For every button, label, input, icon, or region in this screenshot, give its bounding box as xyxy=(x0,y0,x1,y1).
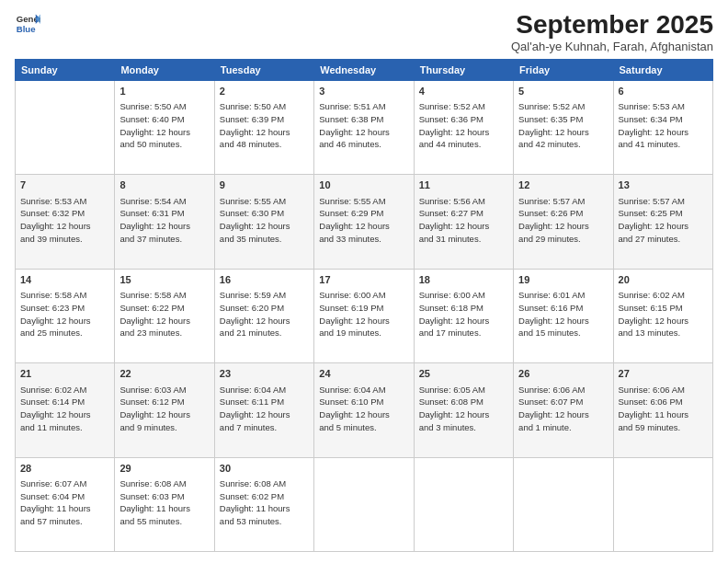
day-detail: Sunrise: 6:08 AM Sunset: 6:02 PM Dayligh… xyxy=(220,477,309,528)
table-row: 16Sunrise: 5:59 AM Sunset: 6:20 PM Dayli… xyxy=(214,269,313,362)
table-row xyxy=(314,457,414,551)
table-row: 18Sunrise: 6:00 AM Sunset: 6:18 PM Dayli… xyxy=(414,269,513,362)
day-number: 23 xyxy=(220,367,309,381)
calendar-body: 1Sunrise: 5:50 AM Sunset: 6:40 PM Daylig… xyxy=(16,80,713,551)
day-detail: Sunrise: 5:52 AM Sunset: 6:36 PM Dayligh… xyxy=(419,100,508,151)
day-detail: Sunrise: 5:57 AM Sunset: 6:26 PM Dayligh… xyxy=(518,195,608,246)
weekday-row: Sunday Monday Tuesday Wednesday Thursday… xyxy=(16,59,713,80)
day-number: 30 xyxy=(220,462,309,476)
day-number: 24 xyxy=(319,367,408,381)
table-row: 25Sunrise: 6:05 AM Sunset: 6:08 PM Dayli… xyxy=(414,363,513,457)
day-detail: Sunrise: 5:53 AM Sunset: 6:34 PM Dayligh… xyxy=(619,100,708,151)
calendar-week-1: 7Sunrise: 5:53 AM Sunset: 6:32 PM Daylig… xyxy=(16,175,713,269)
day-number: 22 xyxy=(119,367,209,381)
day-detail: Sunrise: 6:06 AM Sunset: 6:06 PM Dayligh… xyxy=(619,384,708,434)
day-detail: Sunrise: 5:52 AM Sunset: 6:35 PM Dayligh… xyxy=(518,100,608,151)
header-thursday: Thursday xyxy=(414,59,513,80)
day-detail: Sunrise: 5:59 AM Sunset: 6:20 PM Dayligh… xyxy=(220,289,309,339)
day-detail: Sunrise: 6:02 AM Sunset: 6:15 PM Dayligh… xyxy=(619,289,708,339)
day-number: 25 xyxy=(419,367,508,381)
day-detail: Sunrise: 6:06 AM Sunset: 6:07 PM Dayligh… xyxy=(518,384,608,434)
day-number: 11 xyxy=(419,178,508,192)
day-number: 27 xyxy=(619,367,708,381)
header-tuesday: Tuesday xyxy=(214,59,313,80)
table-row xyxy=(414,457,513,551)
day-detail: Sunrise: 6:00 AM Sunset: 6:19 PM Dayligh… xyxy=(319,289,408,339)
day-detail: Sunrise: 6:04 AM Sunset: 6:10 PM Dayligh… xyxy=(319,384,408,434)
day-detail: Sunrise: 5:58 AM Sunset: 6:22 PM Dayligh… xyxy=(119,289,209,339)
table-row: 5Sunrise: 5:52 AM Sunset: 6:35 PM Daylig… xyxy=(514,80,613,174)
day-detail: Sunrise: 5:50 AM Sunset: 6:40 PM Dayligh… xyxy=(119,100,209,151)
day-number: 3 xyxy=(319,85,408,98)
day-number: 7 xyxy=(20,178,109,192)
table-row xyxy=(16,80,115,174)
day-number: 28 xyxy=(20,462,109,476)
table-row xyxy=(613,457,712,551)
table-row: 10Sunrise: 5:55 AM Sunset: 6:29 PM Dayli… xyxy=(314,175,414,269)
table-row: 3Sunrise: 5:51 AM Sunset: 6:38 PM Daylig… xyxy=(314,80,414,174)
table-row: 26Sunrise: 6:06 AM Sunset: 6:07 PM Dayli… xyxy=(514,363,613,457)
day-detail: Sunrise: 6:02 AM Sunset: 6:14 PM Dayligh… xyxy=(20,384,109,434)
day-number: 10 xyxy=(319,178,408,192)
table-row: 15Sunrise: 5:58 AM Sunset: 6:22 PM Dayli… xyxy=(115,269,214,362)
table-row: 23Sunrise: 6:04 AM Sunset: 6:11 PM Dayli… xyxy=(214,363,313,457)
day-number: 20 xyxy=(619,273,708,287)
day-detail: Sunrise: 6:04 AM Sunset: 6:11 PM Dayligh… xyxy=(220,384,309,434)
day-number: 18 xyxy=(419,273,508,287)
day-detail: Sunrise: 6:05 AM Sunset: 6:08 PM Dayligh… xyxy=(419,384,508,434)
day-number: 14 xyxy=(20,273,109,287)
table-row: 9Sunrise: 5:55 AM Sunset: 6:30 PM Daylig… xyxy=(214,175,313,269)
header-sunday: Sunday xyxy=(16,59,115,80)
table-row: 17Sunrise: 6:00 AM Sunset: 6:19 PM Dayli… xyxy=(314,269,414,362)
logo-icon: General Blue xyxy=(15,11,40,37)
page: General Blue September 2025 Qal'ah-ye Ku… xyxy=(0,0,728,563)
day-detail: Sunrise: 6:00 AM Sunset: 6:18 PM Dayligh… xyxy=(419,289,508,339)
subtitle: Qal'ah-ye Kuhnah, Farah, Afghanistan xyxy=(511,40,713,53)
day-detail: Sunrise: 6:07 AM Sunset: 6:04 PM Dayligh… xyxy=(20,477,109,528)
header-saturday: Saturday xyxy=(613,59,712,80)
day-number: 13 xyxy=(619,178,708,192)
table-row: 11Sunrise: 5:56 AM Sunset: 6:27 PM Dayli… xyxy=(414,175,513,269)
day-number: 6 xyxy=(619,85,708,98)
day-detail: Sunrise: 6:08 AM Sunset: 6:03 PM Dayligh… xyxy=(119,477,209,528)
table-row: 29Sunrise: 6:08 AM Sunset: 6:03 PM Dayli… xyxy=(115,457,214,551)
table-row: 12Sunrise: 5:57 AM Sunset: 6:26 PM Dayli… xyxy=(514,175,613,269)
day-detail: Sunrise: 5:51 AM Sunset: 6:38 PM Dayligh… xyxy=(319,100,408,151)
day-detail: Sunrise: 5:58 AM Sunset: 6:23 PM Dayligh… xyxy=(20,289,109,339)
table-row: 20Sunrise: 6:02 AM Sunset: 6:15 PM Dayli… xyxy=(613,269,712,362)
calendar-week-3: 21Sunrise: 6:02 AM Sunset: 6:14 PM Dayli… xyxy=(16,363,713,457)
table-row: 22Sunrise: 6:03 AM Sunset: 6:12 PM Dayli… xyxy=(115,363,214,457)
day-detail: Sunrise: 5:50 AM Sunset: 6:39 PM Dayligh… xyxy=(220,100,309,151)
day-number: 8 xyxy=(119,178,209,192)
table-row: 6Sunrise: 5:53 AM Sunset: 6:34 PM Daylig… xyxy=(613,80,712,174)
day-detail: Sunrise: 6:01 AM Sunset: 6:16 PM Dayligh… xyxy=(518,289,608,339)
day-number: 12 xyxy=(518,178,608,192)
calendar: Sunday Monday Tuesday Wednesday Thursday… xyxy=(15,59,713,552)
calendar-header: Sunday Monday Tuesday Wednesday Thursday… xyxy=(16,59,713,80)
table-row: 4Sunrise: 5:52 AM Sunset: 6:36 PM Daylig… xyxy=(414,80,513,174)
table-row: 28Sunrise: 6:07 AM Sunset: 6:04 PM Dayli… xyxy=(16,457,115,551)
table-row: 13Sunrise: 5:57 AM Sunset: 6:25 PM Dayli… xyxy=(613,175,712,269)
table-row: 14Sunrise: 5:58 AM Sunset: 6:23 PM Dayli… xyxy=(16,269,115,362)
day-number: 5 xyxy=(518,85,608,98)
day-number: 15 xyxy=(119,273,209,287)
day-number: 9 xyxy=(220,178,309,192)
header-monday: Monday xyxy=(115,59,214,80)
header-friday: Friday xyxy=(514,59,613,80)
table-row: 2Sunrise: 5:50 AM Sunset: 6:39 PM Daylig… xyxy=(214,80,313,174)
day-number: 29 xyxy=(119,462,209,476)
day-number: 26 xyxy=(518,367,608,381)
table-row: 1Sunrise: 5:50 AM Sunset: 6:40 PM Daylig… xyxy=(115,80,214,174)
day-detail: Sunrise: 6:03 AM Sunset: 6:12 PM Dayligh… xyxy=(119,384,209,434)
day-detail: Sunrise: 5:54 AM Sunset: 6:31 PM Dayligh… xyxy=(119,195,209,246)
day-detail: Sunrise: 5:57 AM Sunset: 6:25 PM Dayligh… xyxy=(619,195,708,246)
day-number: 16 xyxy=(220,273,309,287)
table-row: 19Sunrise: 6:01 AM Sunset: 6:16 PM Dayli… xyxy=(514,269,613,362)
day-detail: Sunrise: 5:55 AM Sunset: 6:29 PM Dayligh… xyxy=(319,195,408,246)
day-detail: Sunrise: 5:55 AM Sunset: 6:30 PM Dayligh… xyxy=(220,195,309,246)
day-number: 17 xyxy=(319,273,408,287)
table-row: 7Sunrise: 5:53 AM Sunset: 6:32 PM Daylig… xyxy=(16,175,115,269)
day-number: 21 xyxy=(20,367,109,381)
table-row: 24Sunrise: 6:04 AM Sunset: 6:10 PM Dayli… xyxy=(314,363,414,457)
table-row: 30Sunrise: 6:08 AM Sunset: 6:02 PM Dayli… xyxy=(214,457,313,551)
